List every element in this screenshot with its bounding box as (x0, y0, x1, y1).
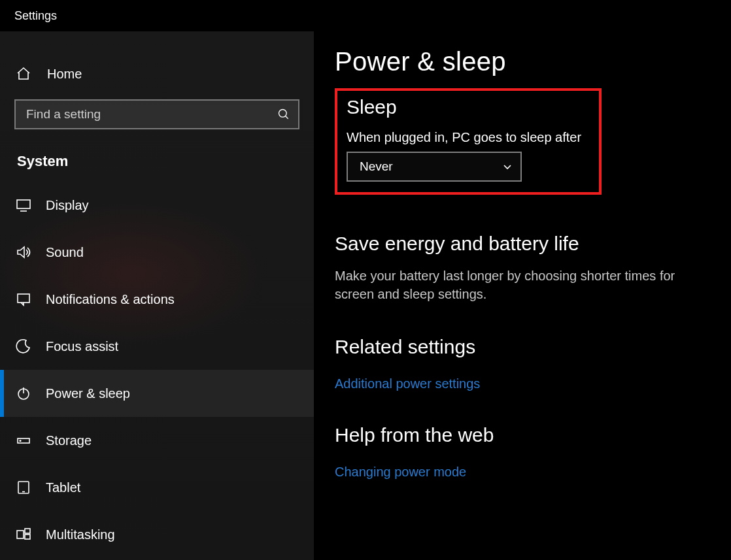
related-section: Related settings Additional power settin… (335, 336, 710, 391)
sidebar-item-label: Power & sleep (46, 386, 130, 401)
window-body: Home System Display (0, 31, 731, 560)
svg-rect-16 (25, 529, 30, 533)
sidebar-item-label: Notifications & actions (46, 292, 175, 307)
svg-line-2 (706, 12, 712, 19)
multitasking-icon (16, 527, 31, 542)
nav-home[interactable]: Home (0, 55, 314, 91)
home-icon (16, 66, 31, 82)
svg-rect-1 (662, 13, 668, 19)
search-input[interactable] (26, 107, 277, 122)
sidebar-item-label: Display (46, 198, 89, 213)
chevron-down-icon (502, 161, 513, 172)
sleep-heading: Sleep (347, 96, 590, 118)
svg-line-5 (286, 116, 288, 119)
minimize-button[interactable] (598, 0, 642, 31)
sidebar-item-label: Focus assist (46, 339, 118, 354)
sound-icon (16, 244, 31, 260)
category-heading: System (0, 129, 314, 182)
sidebar-item-label: Multitasking (46, 527, 115, 542)
sidebar-item-label: Storage (46, 433, 92, 448)
search-wrap (0, 99, 314, 129)
main-content: Power & sleep Sleep When plugged in, PC … (314, 31, 731, 560)
sidebar-item-focus-assist[interactable]: Focus assist (0, 323, 314, 370)
tablet-icon (16, 480, 31, 495)
sidebar-item-power-sleep[interactable]: Power & sleep (0, 370, 314, 417)
sidebar-item-multitasking[interactable]: Multitasking (0, 511, 314, 558)
sidebar-item-label: Sound (46, 245, 84, 260)
sleep-highlight-box: Sleep When plugged in, PC goes to sleep … (335, 88, 602, 195)
help-heading: Help from the web (335, 424, 710, 446)
sleep-timer-value: Never (360, 159, 393, 174)
sidebar-item-label: Tablet (46, 480, 80, 495)
sleep-timer-dropdown[interactable]: Never (347, 152, 522, 182)
settings-window: Settings Home (0, 0, 731, 560)
storage-icon (16, 433, 31, 448)
sidebar-item-sound[interactable]: Sound (0, 229, 314, 276)
maximize-button[interactable] (642, 0, 687, 31)
sidebar-item-tablet[interactable]: Tablet (0, 464, 314, 511)
energy-heading: Save energy and battery life (335, 233, 710, 255)
sidebar-item-notifications[interactable]: Notifications & actions (0, 276, 314, 323)
sidebar: Home System Display (0, 31, 314, 560)
svg-rect-6 (17, 200, 30, 208)
window-title: Settings (0, 9, 57, 23)
svg-rect-17 (25, 535, 30, 539)
related-heading: Related settings (335, 336, 710, 358)
sidebar-item-storage[interactable]: Storage (0, 417, 314, 464)
display-icon (16, 197, 31, 213)
close-button[interactable] (687, 0, 731, 31)
svg-rect-8 (18, 294, 29, 303)
svg-point-12 (20, 440, 21, 442)
notifications-icon (16, 291, 31, 307)
sidebar-item-display[interactable]: Display (0, 182, 314, 229)
energy-section: Save energy and battery life Make your b… (335, 233, 710, 303)
nav-home-label: Home (47, 67, 82, 82)
nav-list: Display Sound Notifications & actions (0, 182, 314, 558)
focus-assist-icon (16, 338, 31, 354)
svg-rect-15 (17, 531, 24, 538)
additional-power-settings-link[interactable]: Additional power settings (335, 376, 480, 391)
energy-text: Make your battery last longer by choosin… (335, 267, 701, 303)
page-title: Power & sleep (335, 47, 710, 76)
titlebar: Settings (0, 0, 731, 31)
search-icon (277, 108, 290, 121)
sleep-setting-label: When plugged in, PC goes to sleep after (347, 130, 590, 145)
search-box[interactable] (14, 99, 299, 129)
svg-point-4 (279, 110, 287, 118)
changing-power-mode-link[interactable]: Changing power mode (335, 465, 466, 480)
power-icon (16, 386, 31, 401)
help-section: Help from the web Changing power mode (335, 424, 710, 480)
svg-line-3 (706, 12, 712, 19)
